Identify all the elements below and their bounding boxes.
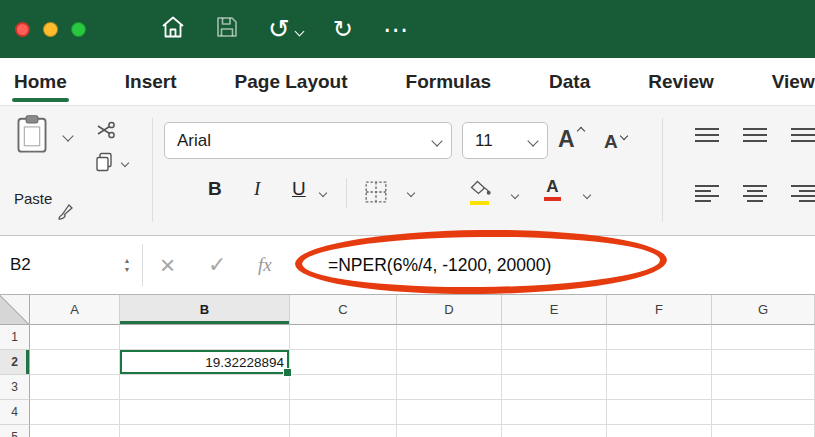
row-header-3[interactable]: 3 xyxy=(0,375,30,400)
cell[interactable] xyxy=(397,375,502,400)
font-color-button[interactable]: A xyxy=(544,178,561,201)
font-name-select[interactable]: Arial xyxy=(164,122,452,159)
cut-icon[interactable] xyxy=(96,120,120,140)
paste-menu-chevron-icon[interactable] xyxy=(62,130,73,141)
home-icon[interactable] xyxy=(160,15,186,43)
cell[interactable] xyxy=(120,425,290,437)
cell[interactable] xyxy=(120,400,290,425)
align-right-icon[interactable] xyxy=(790,184,815,208)
underline-button[interactable]: U xyxy=(292,178,306,200)
column-header-e[interactable]: E xyxy=(502,295,607,325)
fill-color-button[interactable] xyxy=(470,180,492,205)
cell[interactable] xyxy=(397,425,502,437)
cell[interactable] xyxy=(607,425,712,437)
zoom-button[interactable] xyxy=(71,22,86,37)
align-middle-icon[interactable] xyxy=(742,126,768,150)
row-header-1[interactable]: 1 xyxy=(0,325,30,350)
borders-icon[interactable] xyxy=(364,180,388,208)
align-center-icon[interactable] xyxy=(742,184,768,208)
cell[interactable] xyxy=(290,325,397,350)
insert-function-icon[interactable]: fx xyxy=(258,236,272,294)
cell[interactable] xyxy=(30,425,120,437)
tab-page-layout[interactable]: Page Layout xyxy=(235,58,348,105)
cell[interactable] xyxy=(290,425,397,437)
cell[interactable] xyxy=(30,350,120,375)
undo-button[interactable]: ↺ xyxy=(268,16,303,42)
column-header-d[interactable]: D xyxy=(397,295,502,325)
column-header-c[interactable]: C xyxy=(290,295,397,325)
cell[interactable] xyxy=(607,375,712,400)
bold-button[interactable]: B xyxy=(208,178,222,200)
select-all-corner[interactable] xyxy=(0,295,30,325)
cell[interactable] xyxy=(30,400,120,425)
cell[interactable] xyxy=(712,350,815,375)
font-size-select[interactable]: 11 xyxy=(462,122,548,159)
tab-formulas[interactable]: Formulas xyxy=(406,58,492,105)
more-icon[interactable]: ⋯ xyxy=(383,17,409,42)
close-button[interactable] xyxy=(15,22,30,37)
increase-font-size-button[interactable]: A xyxy=(558,126,575,153)
tab-home[interactable]: Home xyxy=(14,58,67,105)
column-header-b[interactable]: B xyxy=(120,295,290,325)
tab-view[interactable]: View xyxy=(772,58,815,105)
column-header-a[interactable]: A xyxy=(30,295,120,325)
fill-color-chevron-icon[interactable] xyxy=(511,191,519,199)
row-header-5[interactable]: 5 xyxy=(0,425,30,437)
save-icon[interactable] xyxy=(216,16,238,42)
cell[interactable] xyxy=(30,325,120,350)
copy-icon[interactable] xyxy=(94,152,114,176)
cell[interactable] xyxy=(712,425,815,437)
cell[interactable] xyxy=(502,400,607,425)
tab-insert[interactable]: Insert xyxy=(125,58,177,105)
row-header-2[interactable]: 2 xyxy=(0,350,30,375)
cell[interactable] xyxy=(397,400,502,425)
column-header-g[interactable]: G xyxy=(712,295,815,325)
fill-handle[interactable] xyxy=(283,368,292,377)
spinner-up-icon[interactable]: ▲ xyxy=(124,258,131,264)
italic-button[interactable]: I xyxy=(254,178,260,200)
cell-B2[interactable]: 19.32228894 xyxy=(120,350,290,375)
formula-input[interactable]: =NPER(6%/4, -1200, 20000) xyxy=(328,236,551,294)
column-header-f[interactable]: F xyxy=(607,295,712,325)
cell[interactable] xyxy=(30,375,120,400)
cell[interactable] xyxy=(290,400,397,425)
borders-chevron-icon[interactable] xyxy=(407,189,415,197)
copy-menu-chevron-icon[interactable] xyxy=(121,159,129,167)
undo-menu-chevron-icon[interactable] xyxy=(294,27,304,37)
name-box-spinner[interactable]: ▲ ▼ xyxy=(116,236,138,294)
paste-button[interactable] xyxy=(16,114,48,158)
cell[interactable] xyxy=(397,350,502,375)
cell[interactable] xyxy=(712,325,815,350)
undo-icon[interactable]: ↺ xyxy=(268,16,290,42)
cell[interactable] xyxy=(290,350,397,375)
cell[interactable] xyxy=(712,375,815,400)
row-header-4[interactable]: 4 xyxy=(0,400,30,425)
cancel-icon[interactable]: × xyxy=(160,236,175,294)
align-top-icon[interactable] xyxy=(694,126,720,150)
minimize-button[interactable] xyxy=(43,22,58,37)
tab-data[interactable]: Data xyxy=(549,58,590,105)
cell[interactable] xyxy=(607,325,712,350)
format-painter-icon[interactable] xyxy=(56,202,76,226)
align-left-icon[interactable] xyxy=(694,184,720,208)
name-box[interactable]: B2 xyxy=(0,236,126,294)
cell[interactable] xyxy=(502,325,607,350)
cell[interactable] xyxy=(502,375,607,400)
enter-icon[interactable]: ✓ xyxy=(208,236,226,294)
align-bottom-icon[interactable] xyxy=(790,126,815,150)
cell[interactable] xyxy=(290,375,397,400)
cell[interactable] xyxy=(712,400,815,425)
cell[interactable] xyxy=(502,425,607,437)
cell[interactable] xyxy=(120,325,290,350)
cell[interactable] xyxy=(607,350,712,375)
redo-icon[interactable]: ↻ xyxy=(333,17,353,41)
cell[interactable] xyxy=(120,375,290,400)
cell[interactable] xyxy=(502,350,607,375)
tab-review[interactable]: Review xyxy=(648,58,713,105)
font-color-chevron-icon[interactable] xyxy=(583,191,591,199)
cell[interactable] xyxy=(607,400,712,425)
cell[interactable] xyxy=(397,325,502,350)
underline-chevron-icon[interactable] xyxy=(319,189,327,197)
spinner-down-icon[interactable]: ▼ xyxy=(124,267,131,273)
decrease-font-size-button[interactable]: A xyxy=(604,131,618,153)
